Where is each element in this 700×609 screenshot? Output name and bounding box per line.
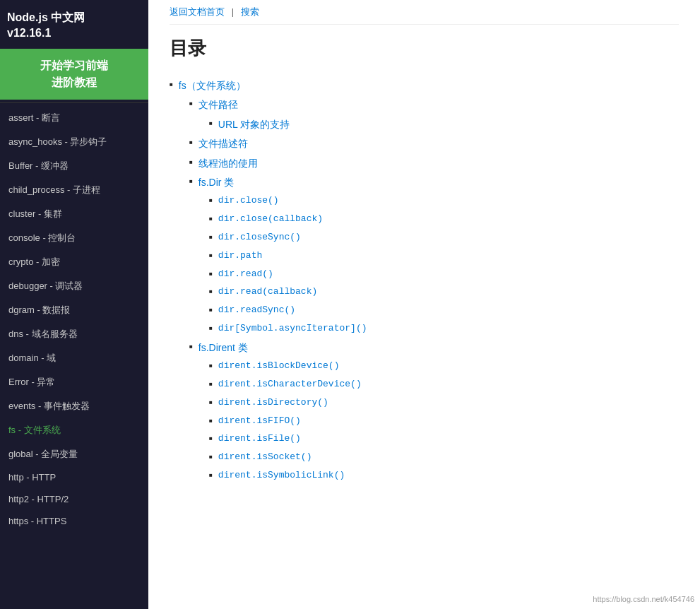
sidebar-item-13[interactable]: fs - 文件系统: [0, 418, 148, 442]
toc-item: ■dir.closeSync(): [170, 230, 679, 245]
toc-bullet: ■: [209, 307, 213, 313]
toc-bullet: ■: [209, 362, 213, 369]
toc-bullet: ■: [209, 252, 213, 259]
toc-item: ■dir.read(): [170, 267, 679, 282]
toc-link[interactable]: dir.close(callback): [218, 212, 323, 227]
toc-link[interactable]: dir.close(): [218, 194, 279, 208]
toc-bullet: ■: [209, 472, 213, 478]
toc-bullet: ■: [189, 159, 193, 165]
sidebar-item-14[interactable]: global - 全局变量: [0, 442, 148, 466]
toc-item: ■dirent.isSymbolicLink(): [170, 468, 679, 483]
toc-item: ■线程池的使用: [170, 155, 679, 171]
sidebar-item-0[interactable]: assert - 断言: [0, 106, 148, 130]
toc-item: ■dirent.isBlockDevice(): [170, 359, 679, 374]
toc-bullet: ■: [209, 215, 213, 222]
toc-sublist: ■dirent.isBlockDevice()■dirent.isCharact…: [170, 359, 679, 483]
toc-bullet: ■: [189, 100, 193, 107]
toc-bullet: ■: [209, 454, 213, 460]
toc-link[interactable]: dir.closeSync(): [218, 230, 301, 245]
sidebar-item-12[interactable]: events - 事件触发器: [0, 394, 148, 418]
toc-bullet: ■: [209, 435, 213, 442]
sidebar-divider: [0, 102, 148, 103]
toc-item: ■fs.Dir 类■dir.close()■dir.close(callback…: [170, 175, 679, 336]
toc-link[interactable]: 文件描述符: [198, 136, 248, 151]
sidebar-item-9[interactable]: dns - 域名服务器: [0, 322, 148, 346]
toc-item: ■fs.Dirent 类■dirent.isBlockDevice()■dire…: [170, 340, 679, 483]
sidebar-item-16[interactable]: http2 - HTTP/2: [0, 488, 148, 510]
breadcrumb-search[interactable]: 搜索: [241, 6, 259, 17]
sidebar-title: Node.js 中文网 v12.16.1: [0, 0, 148, 49]
toc-item: ■dir.path: [170, 249, 679, 264]
toc-bullet: ■: [209, 271, 213, 277]
toc-bullet: ■: [209, 418, 213, 424]
sidebar-item-2[interactable]: Buffer - 缓冲器: [0, 154, 148, 178]
toc-item: ■dirent.isCharacterDevice(): [170, 377, 679, 392]
toc-item: ■dir.close(callback): [170, 212, 679, 227]
toc-sublist: ■dir.close()■dir.close(callback)■dir.clo…: [170, 194, 679, 336]
sidebar-item-17[interactable]: https - HTTPS: [0, 510, 148, 532]
sidebar-item-15[interactable]: http - HTTP: [0, 466, 148, 488]
toc-bullet: ■: [209, 325, 213, 331]
toc-bullet: ■: [209, 381, 213, 387]
sidebar-item-4[interactable]: cluster - 集群: [0, 202, 148, 226]
sidebar-items: assert - 断言async_hooks - 异步钩子Buffer - 缓冲…: [0, 106, 148, 532]
sidebar-item-1[interactable]: async_hooks - 异步钩子: [0, 130, 148, 154]
toc-link[interactable]: dir[Symbol.asyncIterator](): [218, 321, 367, 336]
toc-link[interactable]: dirent.isFIFO(): [218, 414, 301, 429]
toc-link[interactable]: dirent.isSymbolicLink(): [218, 468, 345, 483]
toc-item: ■文件路径■URL 对象的支持: [170, 97, 679, 132]
toc-item: ■dir.readSync(): [170, 303, 679, 318]
toc-link[interactable]: 文件路径: [198, 97, 238, 112]
toc-sublist: ■文件路径■URL 对象的支持■文件描述符■线程池的使用■fs.Dir 类■di…: [170, 97, 679, 483]
toc-bullet: ■: [209, 288, 213, 295]
toc-link[interactable]: dirent.isCharacterDevice(): [218, 377, 362, 392]
toc-link[interactable]: dirent.isFile(): [218, 432, 301, 447]
toc-link[interactable]: dir.path: [218, 249, 262, 264]
toc-link[interactable]: dirent.isSocket(): [218, 450, 312, 465]
toc-link[interactable]: fs.Dirent 类: [198, 340, 248, 355]
toc-bullet: ■: [209, 120, 213, 126]
toc-item: ■fs（文件系统）■文件路径■URL 对象的支持■文件描述符■线程池的使用■fs…: [170, 78, 679, 483]
sidebar: Node.js 中文网 v12.16.1 开始学习前端 进阶教程 assert …: [0, 0, 148, 609]
toc-item: ■dir.read(callback): [170, 285, 679, 300]
toc-bullet: ■: [209, 234, 213, 240]
toc-link[interactable]: fs.Dir 类: [198, 175, 235, 190]
toc-bullet: ■: [170, 81, 173, 88]
toc-item: ■dirent.isFile(): [170, 432, 679, 447]
toc-link[interactable]: URL 对象的支持: [218, 117, 290, 132]
toc-link[interactable]: dir.read(callback): [218, 285, 317, 300]
toc-sublist: ■URL 对象的支持: [170, 117, 679, 132]
toc-bullet: ■: [189, 178, 193, 184]
sidebar-item-5[interactable]: console - 控制台: [0, 226, 148, 250]
toc-item: ■dirent.isFIFO(): [170, 414, 679, 429]
toc-link[interactable]: fs（文件系统）: [179, 78, 246, 93]
toc-item: ■dirent.isDirectory(): [170, 396, 679, 410]
toc-item: ■dir[Symbol.asyncIterator](): [170, 321, 679, 336]
breadcrumb: 返回文档首页 | 搜索: [170, 0, 679, 25]
sidebar-item-7[interactable]: debugger - 调试器: [0, 274, 148, 298]
sidebar-banner[interactable]: 开始学习前端 进阶教程: [0, 49, 148, 100]
sidebar-item-11[interactable]: Error - 异常: [0, 370, 148, 394]
sidebar-item-3[interactable]: child_process - 子进程: [0, 178, 148, 202]
toc-item: ■dir.close(): [170, 194, 679, 208]
toc-title: 目录: [170, 36, 679, 65]
banner-line1: 开始学习前端: [6, 57, 143, 74]
toc-item: ■文件描述符: [170, 136, 679, 151]
toc-link[interactable]: dirent.isBlockDevice(): [218, 359, 340, 374]
breadcrumb-back[interactable]: 返回文档首页: [170, 6, 225, 17]
toc-link[interactable]: dir.read(): [218, 267, 273, 282]
sidebar-item-10[interactable]: domain - 域: [0, 346, 148, 370]
toc-link[interactable]: 线程池的使用: [198, 155, 258, 171]
sidebar-item-6[interactable]: crypto - 加密: [0, 250, 148, 274]
toc-link[interactable]: dir.readSync(): [218, 303, 295, 318]
toc-item: ■dirent.isSocket(): [170, 450, 679, 465]
main-content: 返回文档首页 | 搜索 目录 ■fs（文件系统）■文件路径■URL 对象的支持■…: [148, 0, 700, 609]
banner-line2: 进阶教程: [6, 74, 143, 91]
toc-link[interactable]: dirent.isDirectory(): [218, 396, 328, 410]
toc-bullet: ■: [209, 197, 213, 203]
sidebar-item-8[interactable]: dgram - 数据报: [0, 298, 148, 322]
breadcrumb-separator: |: [232, 6, 234, 17]
toc-list: ■fs（文件系统）■文件路径■URL 对象的支持■文件描述符■线程池的使用■fs…: [170, 78, 679, 483]
toc-bullet: ■: [189, 139, 193, 146]
toc-bullet: ■: [209, 399, 213, 406]
